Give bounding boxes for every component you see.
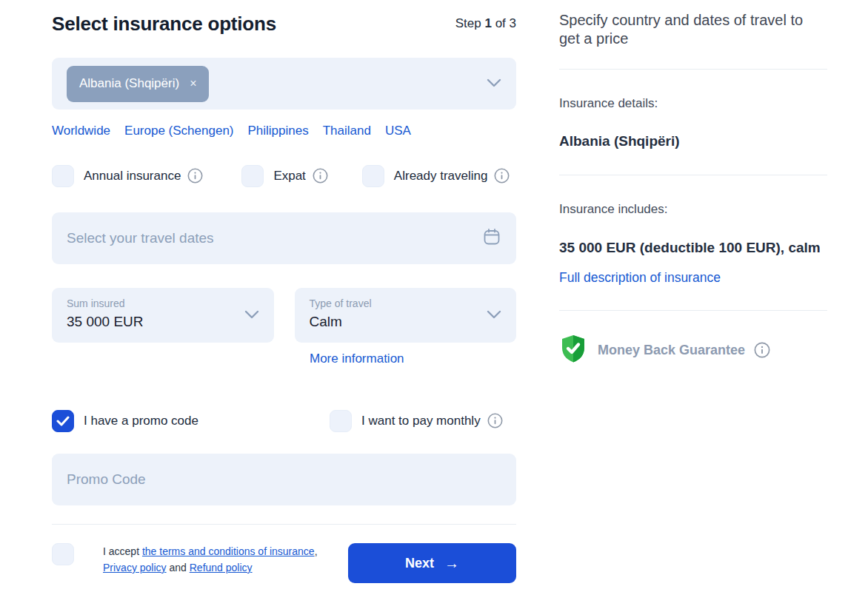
link-philippines[interactable]: Philippines [248,124,309,139]
step-prefix: Step [455,16,485,30]
travel-type-value: Calm [310,314,502,330]
form-header: Select insurance options Step 1 of 3 [52,12,516,36]
link-usa[interactable]: USA [385,124,411,139]
promo-code-checkbox[interactable] [52,410,74,432]
accept-terms-checkbox[interactable] [52,543,74,565]
country-select[interactable]: Albania (Shqipëri) × [52,58,516,110]
link-worldwide[interactable]: Worldwide [52,124,110,139]
money-back-info-icon[interactable] [754,342,770,358]
full-description-row: Full description of insurance [559,270,827,286]
travel-dates-field[interactable] [52,212,516,264]
terms-conditions-link[interactable]: the terms and conditions of insurance [142,545,315,557]
insurance-form: Select insurance options Step 1 of 3 Alb… [52,0,516,592]
expat-toggle: Expat [241,165,327,187]
annual-insurance-label: Annual insurance [84,169,181,184]
chevron-down-icon [244,309,259,322]
privacy-policy-link[interactable]: Privacy policy [103,562,167,574]
pay-monthly-info-icon[interactable] [487,413,503,428]
terms-comma: , [315,545,318,557]
link-europe-schengen[interactable]: Europe (Schengen) [124,124,233,139]
sidebar-heading: Specify country and dates of travel to g… [559,11,827,48]
more-information-row: More information [310,352,516,367]
terms-text: I accept the terms and conditions of ins… [103,543,334,576]
already-traveling-info-icon[interactable] [494,168,510,184]
insurance-details-label: Insurance details: [559,96,827,111]
promo-code-field[interactable] [52,454,516,505]
calendar-icon[interactable] [482,227,501,249]
expat-checkbox[interactable] [241,165,264,187]
form-footer: I accept the terms and conditions of ins… [52,543,516,583]
chevron-down-icon[interactable] [487,77,501,90]
sum-insured-select[interactable]: Sum insured 35 000 EUR [52,288,274,343]
divider [559,310,827,311]
step-suffix: of 3 [492,16,516,30]
pay-monthly-label: I want to pay monthly [361,414,481,428]
terms-acceptance: I accept the terms and conditions of ins… [52,543,334,576]
money-back-guarantee-label: Money Back Guarantee [598,343,745,358]
money-back-guarantee: Money Back Guarantee [559,334,827,366]
already-traveling-label: Already traveling [394,169,488,184]
terms-and: and [167,562,190,574]
travel-type-select[interactable]: Type of travel Calm [295,288,517,343]
terms-prefix: I accept [103,545,142,557]
insurance-includes-label: Insurance includes: [559,202,827,217]
arrow-right-icon: → [444,555,459,572]
next-button[interactable]: Next → [348,543,516,583]
pay-monthly-toggle: I want to pay monthly [330,410,503,432]
travel-type-label: Type of travel [310,297,502,309]
refund-policy-link[interactable]: Refund policy [190,562,253,574]
chevron-down-icon [487,309,501,322]
summary-sidebar: Specify country and dates of travel to g… [559,0,827,592]
promo-options-row: I have a promo code I want to pay monthl… [52,409,516,432]
page-title: Select insurance options [52,13,276,36]
promo-code-input[interactable] [67,471,501,488]
expat-label: Expat [273,169,305,184]
divider [52,524,516,525]
step-number: 1 [484,16,491,30]
insurance-details-value: Albania (Shqipëri) [559,133,827,149]
remove-country-icon[interactable]: × [190,78,196,90]
already-traveling-checkbox[interactable] [362,165,384,187]
coverage-selects: Sum insured 35 000 EUR Type of travel Ca… [52,288,516,343]
sum-insured-label: Sum insured [67,297,259,309]
pay-monthly-checkbox[interactable] [330,410,352,432]
annual-insurance-checkbox[interactable] [52,165,74,187]
promo-code-label: I have a promo code [84,414,198,428]
expat-info-icon[interactable] [313,168,328,184]
sum-insured-value: 35 000 EUR [67,314,259,330]
country-tag-label: Albania (Shqipëri) [79,76,179,91]
link-thailand[interactable]: Thailand [323,124,371,139]
insurance-type-toggles: Annual insurance Expat Already traveling [52,164,516,187]
already-traveling-toggle: Already traveling [362,165,510,187]
travel-dates-input[interactable] [67,230,482,246]
annual-insurance-toggle: Annual insurance [52,165,203,187]
divider [559,69,827,70]
annual-insurance-info-icon[interactable] [187,168,203,184]
insurance-options-page: Select insurance options Step 1 of 3 Alb… [0,0,868,592]
country-tag[interactable]: Albania (Shqipëri) × [67,66,209,102]
step-indicator: Step 1 of 3 [455,16,516,31]
quick-country-links: Worldwide Europe (Schengen) Philippines … [52,124,516,139]
insurance-includes-value: 35 000 EUR (deductible 100 EUR), calm [559,236,827,260]
divider [559,175,827,175]
next-button-label: Next [405,556,434,571]
promo-code-toggle: I have a promo code [52,410,330,432]
full-description-link[interactable]: Full description of insurance [559,270,721,285]
shield-check-icon [559,334,587,366]
more-information-link[interactable]: More information [310,352,404,366]
